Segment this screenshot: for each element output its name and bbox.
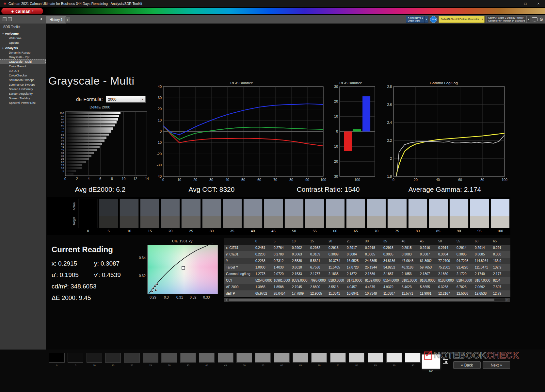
chevron-down-icon[interactable]: ▼ xyxy=(425,16,428,23)
sidebar-item-spectral-power-dist[interactable]: Spectral Power Dist. xyxy=(0,101,46,105)
next-button[interactable]: Next » xyxy=(483,361,510,369)
scrollbar-track[interactable] xyxy=(228,298,505,302)
pattern-patch xyxy=(255,353,271,363)
chevron-down-icon[interactable]: ▼ xyxy=(140,96,145,102)
axis-label: 2.6 xyxy=(387,103,392,106)
swatch-target xyxy=(79,216,97,228)
chevron-down-icon[interactable]: ▼ xyxy=(481,16,484,23)
table-cell: 0.2932 xyxy=(309,245,327,251)
swatch-actual xyxy=(79,199,97,216)
swatch-target xyxy=(346,216,365,228)
v-value: v': 0.4539 xyxy=(94,271,121,279)
deltae-bar xyxy=(66,134,109,136)
swatch-label: 75 xyxy=(387,229,407,233)
close-button[interactable]: × xyxy=(532,0,545,7)
gear-icon[interactable]: ⚙ xyxy=(539,17,543,22)
pattern-window-icon[interactable] xyxy=(443,359,448,364)
table-cell: 4.0457 xyxy=(345,284,363,290)
sidebar-item-screen-angularity[interactable]: Screen Angularity xyxy=(0,91,46,96)
axis-label: 0.32 xyxy=(139,274,146,278)
table-cell: 12.79 xyxy=(491,290,510,297)
bar-red xyxy=(344,132,352,151)
minimize-button[interactable]: – xyxy=(506,0,519,7)
rgb-balance-lines-block: RGB Balance 403020100-10-20-30-400102030… xyxy=(153,81,330,184)
back-button[interactable]: « Back xyxy=(453,361,481,369)
axis-label: 15 xyxy=(61,164,64,167)
sidebar-panel-title: SDR Toolkit xyxy=(0,24,46,31)
maximize-button[interactable]: □ xyxy=(519,0,532,7)
pattern-patch-label: 80 xyxy=(355,364,358,367)
pattern-patch-cell: 45 xyxy=(218,353,233,367)
de-formula-select[interactable]: 2000 ▼ xyxy=(106,96,146,103)
workspace-icon[interactable] xyxy=(3,17,7,21)
axis-label: 30 xyxy=(209,178,213,182)
table-cell: 0.2914 xyxy=(437,245,455,251)
tree-group-welcome[interactable]: ▸Welcome xyxy=(0,31,46,36)
sidebar-item-welcome[interactable]: Welcome xyxy=(0,36,46,41)
display-profiler-button[interactable]: CalMAN Client 3 Display Profiler Generic… xyxy=(486,16,530,23)
scrollbar-thumb[interactable] xyxy=(229,299,494,301)
rgb-bars-svg: 3020100-10-20-30100 xyxy=(326,81,376,183)
add-tab-button[interactable]: + xyxy=(65,17,70,23)
table-row-label: dEITP xyxy=(224,290,254,297)
x-value: x: 0.2915 xyxy=(52,260,94,267)
swatch-cell: 100 xyxy=(490,199,510,233)
collapse-sidebar-icon[interactable]: ◄ xyxy=(39,17,42,21)
sidebar-item-color-gamut[interactable]: Color Gamut xyxy=(0,64,46,69)
axis-label: 4 xyxy=(88,177,90,181)
delta-e-value: ΔE 2000: 9.45 xyxy=(52,294,91,302)
scroll-right-icon[interactable]: ► xyxy=(505,298,509,302)
tree-group-analysis[interactable]: ▸Analysis xyxy=(0,45,46,50)
table-col-header: 10 xyxy=(290,238,309,245)
sidebar-item-screen-uniformity[interactable]: Screen Uniformity xyxy=(0,87,46,91)
meter-select-button[interactable]: X-Rite i1Pro 3 Direct View ▼ xyxy=(406,16,429,23)
swatch-actual xyxy=(264,199,283,216)
swatch-actual xyxy=(223,199,242,216)
table-cell: 0.3084 xyxy=(437,251,455,258)
swatch-label: 35 xyxy=(223,229,242,233)
chevron-down-icon[interactable]: ▼ xyxy=(526,16,530,23)
axis-label: -20 xyxy=(333,159,338,163)
avg-gamma-readout: Average Gamma: 2.174 xyxy=(409,186,481,193)
table-cell: 3.6010 xyxy=(290,264,309,271)
pattern-patch-label: 60 xyxy=(281,364,283,367)
table-cell: 0.3085 xyxy=(473,251,491,258)
pattern-patch-cell: 0 xyxy=(49,353,65,367)
display-icon[interactable] xyxy=(532,17,537,21)
swatch-target xyxy=(223,216,242,228)
swatch-label: 100 xyxy=(490,229,510,233)
deltae-bar xyxy=(66,149,97,151)
swatch-box xyxy=(284,199,304,228)
u-value: u': 0.1905 xyxy=(52,271,94,279)
sidebar-item-saturation-sweeps[interactable]: Saturation Sweeps xyxy=(0,78,46,82)
sidebar-item-luminance-sweeps[interactable]: Luminance Sweeps xyxy=(0,82,46,87)
deltae-bar xyxy=(66,112,120,114)
swatch-cell: 85 xyxy=(429,199,448,233)
table-cell: 4.9379 xyxy=(382,284,400,290)
watermark-part1: NOTEBOOK xyxy=(434,350,487,360)
sidebar-item-grayscale-2pt[interactable]: Grayscale - 2pt xyxy=(0,55,46,59)
sidebar-item-screen-stability[interactable]: Screen Stability xyxy=(0,96,46,101)
sidebar-item-colorchecker[interactable]: ColorChecker xyxy=(0,73,46,78)
table-cell: 2.5538 xyxy=(290,258,309,264)
scroll-left-icon[interactable]: ◄ xyxy=(224,298,228,302)
gamma-chart-block: Gamma Log/Log 2.82.62.42.221.80204060801… xyxy=(377,81,511,184)
deltae-bar xyxy=(66,173,73,175)
table-scrollbar[interactable]: ◄ ► xyxy=(224,298,510,302)
sidebar-item-3d-lut[interactable]: 3D LUT xyxy=(0,69,46,73)
sidebar-item-grayscale-multi[interactable]: Grayscale - Multi xyxy=(0,59,46,64)
pattern-generator-button[interactable]: CalMAN Client 3 Pattern Generator ▼ xyxy=(439,16,485,23)
layout-icon[interactable] xyxy=(8,17,12,21)
calman-menu-button[interactable]: ◈ calman ▾ xyxy=(1,8,43,14)
pattern-patch-label: 5 xyxy=(75,364,76,367)
active-patch-label: 100 xyxy=(422,370,440,373)
table-cell: 0.2451 xyxy=(254,245,272,251)
tab-history-1[interactable]: History 1 xyxy=(46,16,66,24)
axis-label: 10 xyxy=(61,167,64,170)
main-content: Grayscale - Multi dE Formula: 2000 ▼ Del… xyxy=(46,24,545,350)
sidebar-item-options[interactable]: Options xyxy=(0,41,46,45)
axis-label: 1.8 xyxy=(387,174,392,178)
sidebar-item-dynamic-range[interactable]: Dynamic Range xyxy=(0,50,46,55)
table-cell: 2.7945 xyxy=(290,284,309,290)
active-pattern-patch xyxy=(422,354,440,369)
